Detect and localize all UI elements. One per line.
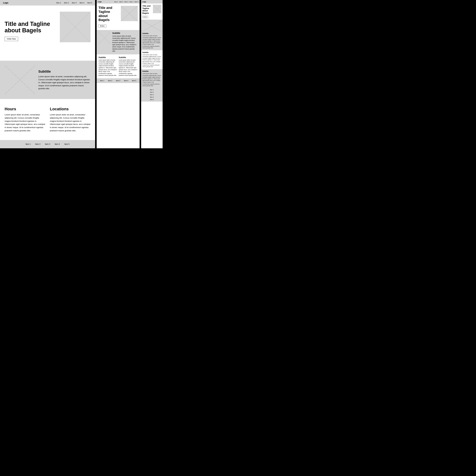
right-subtitle-2: Subtitle: [142, 51, 161, 53]
locations-title: Locations: [50, 107, 91, 111]
main-hero: Title and Tagline about Bagels Order Now: [0, 5, 95, 61]
right-body-2: Lorem ipsum dolor sit amet, consectetur …: [142, 54, 161, 68]
mid-hero-image: [121, 6, 138, 21]
band-body: Lorem ipsum dolor sit amet, consectetur …: [38, 75, 91, 90]
footer-item-2[interactable]: Item 2: [35, 143, 40, 145]
mid-nav: Logo Item 1 Item 2 Item 3 Item 4 Item 5: [97, 0, 140, 3]
mid-two-col-subtitle-1: Subtitle: [98, 56, 117, 59]
main-band-section: Subtitle Lorem ipsum dolor sit amet, con…: [0, 61, 95, 99]
mid-two-col-body-1: Lorem ipsum dolor sit amet, consectetur …: [98, 59, 117, 76]
mid-section-1: Subtitle Lorem ipsum dolor sit amet, con…: [97, 30, 140, 54]
main-nav-item-1[interactable]: Item 1: [56, 2, 61, 4]
right-vertical-nav: Item 1 Item 2 Item 3 Item 4 Item 5: [141, 88, 163, 102]
right-logo: Logo: [142, 1, 146, 3]
hero-text: Title and Tagline about Bagels Order Now: [5, 12, 57, 41]
locations-body: Lorem ipsum dolor sit amet, consectetur …: [50, 113, 91, 132]
mid-section-image: [98, 32, 111, 44]
right-vnav-item-2[interactable]: Item 2: [150, 91, 154, 93]
right-nav: Logo: [141, 0, 163, 3]
right-hero: Title and Tagline about Bagels Button: [141, 3, 163, 19]
mid-two-col-item-1: Subtitle Lorem ipsum dolor sit amet, con…: [98, 56, 117, 76]
right-vnav-item-1[interactable]: Item 1: [150, 89, 154, 90]
right-hero-button[interactable]: Button: [142, 16, 148, 18]
band-text: Subtitle Lorem ipsum dolor sit amet, con…: [38, 69, 91, 90]
right-vnav-item-3[interactable]: Item 3: [150, 94, 154, 95]
mid-nav-item-5[interactable]: Item 5: [134, 1, 138, 3]
main-nav-item-5[interactable]: Item 5: [87, 2, 92, 4]
hours-title: Hours: [5, 107, 45, 111]
main-nav-item-3[interactable]: Item 3: [72, 2, 76, 4]
hero-image: [60, 12, 91, 42]
hero-title: Title and Tagline about Bagels: [5, 21, 57, 34]
mid-hero-button[interactable]: Button: [98, 24, 106, 27]
mid-two-col: Subtitle Lorem ipsum dolor sit amet, con…: [97, 54, 140, 78]
mid-footer-item-1[interactable]: Item 1: [100, 80, 104, 82]
mid-logo: Logo: [98, 1, 102, 3]
right-body-1: Lorem ipsum dolor sit amet, consectetur …: [142, 35, 161, 49]
band-subtitle: Subtitle: [38, 69, 91, 73]
right-subtitle-3: Subtitle: [142, 70, 161, 72]
main-two-col: Hours Lorem ipsum dolor sit amet, consec…: [0, 99, 95, 140]
mid-body-1: Lorem ipsum dolor sit amet, consectetur …: [112, 35, 138, 52]
main-nav-item-2[interactable]: Item 2: [64, 2, 69, 4]
mid-two-col-subtitle-2: Subtitle: [119, 56, 138, 59]
mid-nav-item-1[interactable]: Item 1: [114, 1, 118, 3]
mid-nav-item-3[interactable]: Item 3: [124, 1, 128, 3]
right-section-1-image: [142, 21, 161, 32]
mid-nav-item-4[interactable]: Item 4: [129, 1, 133, 3]
mid-footer-item-2[interactable]: Item 2: [108, 80, 112, 82]
mid-hero: Title and Tagline about Bagels Button: [97, 3, 140, 30]
mid-column: Logo Item 1 Item 2 Item 3 Item 4 Item 5 …: [97, 0, 140, 148]
right-subtitle-1: Subtitle: [142, 33, 161, 34]
footer-item-5[interactable]: Item 5: [64, 143, 70, 145]
mid-nav-item-2[interactable]: Item 2: [119, 1, 123, 3]
main-footer: Item 1 Item 2 Item 3 Item 4 Item 5: [0, 140, 95, 148]
mid-footer-item-4[interactable]: Item 4: [124, 80, 128, 82]
mid-two-col-body-2: Lorem ipsum dolor sit amet, consectetur …: [119, 59, 138, 76]
main-logo: Logo: [3, 1, 8, 4]
mid-subtitle-1: Subtitle: [112, 32, 138, 34]
footer-item-4[interactable]: Item 4: [55, 143, 60, 145]
mid-section-text: Subtitle Lorem ipsum dolor sit amet, con…: [112, 32, 138, 52]
band-image: [5, 65, 35, 94]
right-section-1: Subtitle Lorem ipsum dolor sit amet, con…: [141, 19, 163, 50]
main-column: Logo Item 1 Item 2 Item 3 Item 4 Item 5 …: [0, 0, 95, 148]
hours-section: Hours Lorem ipsum dolor sit amet, consec…: [5, 107, 45, 132]
right-hero-image: [153, 5, 161, 13]
footer-item-1[interactable]: Item 1: [26, 143, 31, 145]
mid-two-col-item-2: Subtitle Lorem ipsum dolor sit amet, con…: [119, 56, 138, 76]
mid-footer-item-3[interactable]: Item 3: [116, 80, 120, 82]
mid-footer: Item 1 Item 2 Item 3 Item 4 Item 5: [97, 78, 140, 83]
order-now-button[interactable]: Order Now: [5, 37, 18, 41]
footer-item-3[interactable]: Item 3: [45, 143, 50, 145]
main-nav-item-4[interactable]: Item 4: [80, 2, 84, 4]
hours-body: Lorem ipsum dolor sit amet, consectetur …: [5, 113, 45, 132]
main-nav: Logo Item 1 Item 2 Item 3 Item 4 Item 5: [0, 0, 95, 5]
right-column: Logo Title and Tagline about Bagels Butt…: [141, 0, 163, 148]
right-section-2: Subtitle Lorem ipsum dolor sit amet, con…: [141, 50, 163, 69]
right-vnav-item-4[interactable]: Item 4: [150, 96, 154, 98]
right-vnav-item-5[interactable]: Item 5: [150, 99, 154, 100]
right-section-3: Subtitle Lorem ipsum dolor sit amet, con…: [141, 69, 163, 88]
right-body-3: Lorem ipsum dolor sit amet, consectetur …: [142, 73, 161, 86]
locations-section: Locations Lorem ipsum dolor sit amet, co…: [50, 107, 91, 132]
mid-footer-item-5[interactable]: Item 5: [132, 80, 136, 82]
